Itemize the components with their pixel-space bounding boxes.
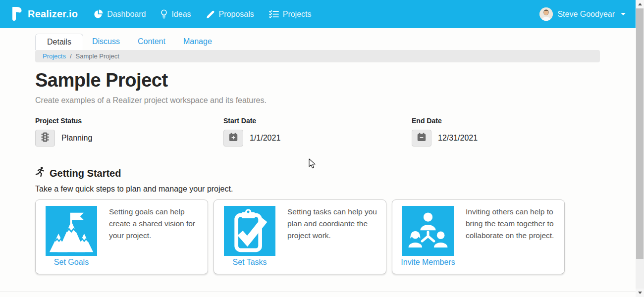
app-header: Realizer.io Dashboard — [0, 0, 636, 28]
nav-label: Projects — [283, 10, 312, 19]
field-label: Project Status — [35, 117, 223, 125]
calendar-plus-icon — [229, 133, 238, 144]
calendar-minus-icon — [417, 133, 426, 144]
task-list-icon — [269, 10, 279, 18]
page-subtitle: Create examples of a Realizer project wo… — [35, 96, 600, 105]
brand-name: Realizer.io — [28, 8, 78, 20]
vertical-scrollbar[interactable] — [636, 0, 644, 297]
page-title: Sample Project — [35, 69, 600, 92]
project-status-button[interactable] — [35, 130, 55, 147]
field-end-date: End Date 12/31/2021 — [412, 117, 600, 147]
project-status-value[interactable]: Planning — [61, 134, 92, 143]
footer-divider — [0, 292, 636, 297]
traffic-light-icon — [41, 132, 49, 144]
main-nav: Dashboard Ideas — [94, 9, 311, 19]
tab-content[interactable]: Content — [129, 34, 174, 50]
getting-started-title: Getting Started — [50, 168, 121, 179]
project-fields: Project Status — [35, 117, 600, 147]
page: Realizer.io Dashboard — [0, 0, 636, 297]
set-goals-link[interactable]: Set Goals — [54, 258, 89, 267]
nav-label: Proposals — [219, 10, 254, 19]
breadcrumb-separator: / — [70, 52, 72, 60]
card-description: Setting goals can help create a shared v… — [109, 206, 204, 242]
clipboard-check-icon[interactable] — [224, 206, 275, 256]
nav-item-dashboard[interactable]: Dashboard — [94, 9, 146, 19]
scroll-up-button[interactable] — [636, 0, 644, 8]
end-date-value[interactable]: 12/31/2021 — [438, 134, 478, 143]
card-description: Setting tasks can help you plan and coor… — [287, 206, 382, 242]
getting-started-subtitle: Take a few quick steps to plan and manag… — [35, 185, 600, 194]
user-menu[interactable]: Steve Goodyear — [539, 7, 626, 21]
lightbulb-icon — [161, 9, 167, 19]
invite-members-link[interactable]: Invite Members — [401, 258, 455, 267]
start-date-button[interactable] — [223, 130, 243, 147]
pie-chart-icon — [94, 9, 103, 19]
breadcrumb-link-projects[interactable]: Projects — [43, 52, 66, 60]
card-description: Inviting others can help to bring the te… — [466, 206, 561, 242]
nav-item-ideas[interactable]: Ideas — [161, 9, 191, 19]
tab-manage[interactable]: Manage — [174, 34, 221, 50]
user-name: Steve Goodyear — [557, 10, 615, 19]
tab-details[interactable]: Details — [35, 34, 83, 50]
field-label: End Date — [412, 117, 600, 125]
end-date-button[interactable] — [412, 130, 431, 147]
brand-logo[interactable]: Realizer.io — [11, 5, 78, 23]
field-start-date: Start Date 1/1/202 — [223, 117, 412, 147]
set-tasks-link[interactable]: Set Tasks — [232, 258, 267, 267]
card-invite-members: Invite Members Inviting others can help … — [392, 199, 565, 274]
nav-item-proposals[interactable]: Proposals — [206, 9, 254, 19]
nav-item-projects[interactable]: Projects — [269, 9, 312, 19]
triangle-up-icon — [638, 3, 642, 5]
realizer-logo-icon — [11, 5, 23, 23]
avatar — [539, 7, 553, 21]
nav-label: Dashboard — [107, 10, 146, 19]
runner-icon — [35, 166, 45, 180]
scroll-down-button[interactable] — [636, 289, 644, 297]
pencil-icon — [206, 10, 215, 19]
project-tabs: Details Discuss Content Manage — [35, 34, 600, 50]
card-set-goals: Set Goals Setting goals can help create … — [35, 199, 208, 274]
breadcrumb-current: Sample Project — [76, 52, 119, 60]
scrollbar-thumb[interactable] — [636, 8, 644, 259]
field-project-status: Project Status — [35, 117, 223, 147]
breadcrumb: Projects / Sample Project — [35, 50, 600, 62]
chevron-down-icon — [621, 13, 626, 15]
card-set-tasks: Set Tasks Setting tasks can help you pla… — [214, 199, 386, 274]
team-icon[interactable] — [402, 206, 454, 256]
mountain-flag-icon[interactable] — [46, 206, 97, 256]
field-label: Start Date — [223, 117, 412, 125]
nav-label: Ideas — [171, 10, 191, 19]
tab-discuss[interactable]: Discuss — [83, 34, 129, 50]
getting-started-heading: Getting Started — [35, 166, 600, 180]
start-date-value[interactable]: 1/1/2021 — [250, 134, 280, 143]
getting-started-cards: Set Goals Setting goals can help create … — [35, 199, 600, 274]
triangle-down-icon — [638, 292, 642, 294]
